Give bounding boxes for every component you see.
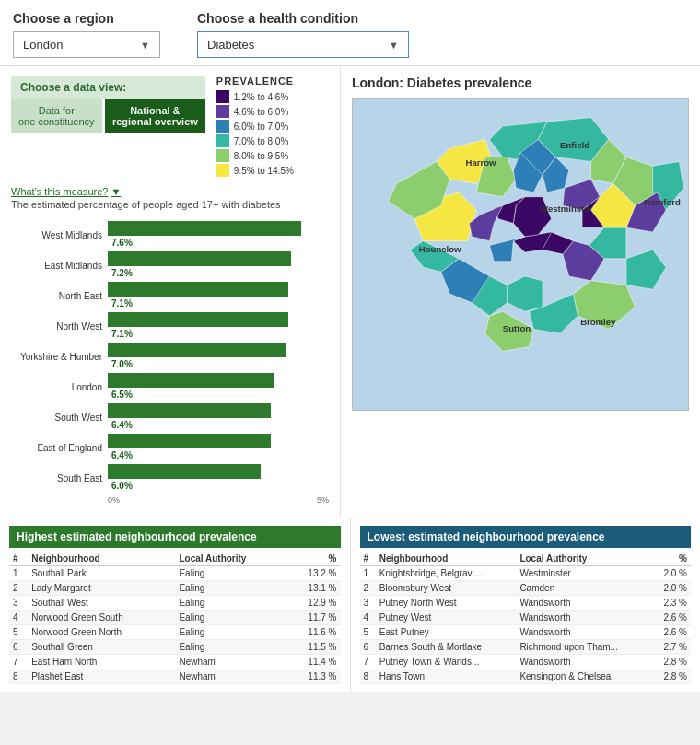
row-pct: 2.7 % bbox=[651, 640, 691, 655]
legend-swatch bbox=[216, 120, 229, 133]
row-neighbourhood: East Ham North bbox=[28, 655, 175, 669]
bar-row: Yorkshire & Humber 7.0% bbox=[11, 343, 329, 370]
left-panel: Choose a data view: Data forone constitu… bbox=[0, 66, 341, 518]
region-filter: Choose a region London ▼ bbox=[13, 11, 160, 58]
bar-label: Yorkshire & Humber bbox=[11, 352, 108, 362]
highest-table-header: Highest estimated neighbourhood prevalen… bbox=[9, 526, 341, 548]
row-neighbourhood: Southall Park bbox=[28, 566, 175, 581]
table-row: 7 Putney Town & Wands... Wandsworth 2.8 … bbox=[360, 655, 692, 669]
legend-items: 1.2% to 4.6%4.6% to 6.0%6.0% to 7.0%7.0%… bbox=[216, 90, 294, 177]
row-num: 4 bbox=[9, 611, 28, 625]
london-map-svg: Enfield Harrow Hounslow Westminster Brom… bbox=[353, 99, 688, 410]
row-neighbourhood: Putney North West bbox=[376, 596, 517, 611]
row-neighbourhood: Putney Town & Wands... bbox=[376, 655, 517, 669]
legend-swatch bbox=[216, 149, 229, 162]
table-row: 4 Norwood Green South Ealing 11.7 % bbox=[9, 611, 341, 625]
national-regional-btn[interactable]: National &regional overview bbox=[105, 99, 205, 133]
row-neighbourhood: Lady Margaret bbox=[28, 581, 175, 596]
bar-container: 7.0% bbox=[108, 343, 329, 370]
region-label: Choose a region bbox=[13, 11, 160, 26]
top-section: Choose a region London ▼ Choose a health… bbox=[0, 0, 700, 66]
row-authority: Camden bbox=[516, 581, 651, 596]
bar-row: East of England 6.4% bbox=[11, 434, 329, 461]
table-row: 2 Bloomsbury West Camden 2.0 % bbox=[360, 581, 692, 596]
row-num: 6 bbox=[9, 640, 28, 655]
table-row: 1 Knightsbridge, Belgravi... Westminster… bbox=[360, 566, 692, 581]
region-select[interactable]: London ▼ bbox=[13, 31, 160, 58]
bar-row: North East 7.1% bbox=[11, 282, 329, 309]
row-pct: 11.5 % bbox=[286, 640, 340, 655]
row-num: 3 bbox=[9, 596, 28, 611]
row-pct: 11.7 % bbox=[286, 611, 340, 625]
lowest-col-pct: % bbox=[651, 552, 691, 566]
row-authority: Ealing bbox=[175, 625, 286, 640]
health-select[interactable]: Diabetes ▼ bbox=[197, 31, 409, 58]
legend-label: 1.2% to 4.6% bbox=[234, 92, 288, 102]
bar-value: 7.0% bbox=[111, 359, 133, 369]
highest-col-num: # bbox=[9, 552, 28, 566]
row-neighbourhood: Putney West bbox=[376, 611, 517, 625]
row-authority: Wandsworth bbox=[516, 611, 651, 625]
bar-value: 7.1% bbox=[111, 298, 133, 308]
row-neighbourhood: Knightsbridge, Belgravi... bbox=[376, 566, 517, 581]
row-authority: Ealing bbox=[175, 596, 286, 611]
highest-table: Highest estimated neighbourhood prevalen… bbox=[0, 518, 351, 692]
bar-value: 7.1% bbox=[111, 329, 133, 339]
legend-item: 6.0% to 7.0% bbox=[216, 120, 294, 133]
legend-item: 9.5% to 14.5% bbox=[216, 164, 294, 177]
row-authority: Wandsworth bbox=[516, 596, 651, 611]
lowest-col-num: # bbox=[360, 552, 376, 566]
row-num: 5 bbox=[360, 625, 376, 640]
table-row: 6 Barnes South & Mortlake Richmond upon … bbox=[360, 640, 692, 655]
row-neighbourhood: Southall Green bbox=[28, 640, 175, 655]
bar-fill bbox=[108, 434, 271, 448]
sutton-label: Sutton bbox=[503, 323, 531, 333]
table-row: 5 East Putney Wandsworth 2.6 % bbox=[360, 625, 692, 640]
row-pct: 2.6 % bbox=[651, 625, 691, 640]
row-num: 5 bbox=[9, 625, 28, 640]
bar-fill bbox=[108, 343, 286, 357]
what-measure-link[interactable]: What's this measure? ▼ bbox=[11, 186, 329, 197]
bar-label: South East bbox=[11, 473, 108, 483]
row-authority: Newham bbox=[175, 655, 286, 669]
row-authority: Wandsworth bbox=[516, 625, 651, 640]
bromley-label: Bromley bbox=[580, 317, 616, 327]
bar-fill bbox=[108, 282, 288, 297]
bar-container: 7.6% bbox=[108, 221, 329, 249]
map-area: Enfield Harrow Hounslow Westminster Brom… bbox=[352, 98, 689, 411]
table-row: 3 Southall West Ealing 12.9 % bbox=[9, 596, 341, 611]
row-pct: 13.1 % bbox=[286, 581, 340, 596]
row-pct: 11.3 % bbox=[286, 669, 340, 684]
highest-col-authority: Local Authority bbox=[175, 552, 286, 566]
bar-fill bbox=[108, 464, 261, 479]
health-chevron: ▼ bbox=[389, 40, 399, 51]
row-neighbourhood: Hans Town bbox=[376, 669, 517, 684]
bar-value: 6.0% bbox=[111, 481, 133, 491]
right-panel: London: Diabetes prevalence bbox=[341, 66, 700, 518]
legend-label: 6.0% to 7.0% bbox=[234, 122, 288, 132]
measure-description: The estimated percentage of people aged … bbox=[11, 199, 329, 210]
row-neighbourhood: Barnes South & Mortlake bbox=[376, 640, 517, 655]
lowest-col-neighbourhood: Neighbourhood bbox=[376, 552, 517, 566]
bar-container: 6.4% bbox=[108, 403, 329, 431]
bar-value: 6.4% bbox=[111, 420, 133, 430]
health-filter: Choose a health condition Diabetes ▼ bbox=[197, 11, 409, 58]
bar-row: South East 6.0% bbox=[11, 464, 329, 492]
bar-label: South West bbox=[11, 413, 108, 423]
data-for-constituency-btn[interactable]: Data forone constituency bbox=[11, 99, 102, 133]
lowest-table: Lowest estimated neighbourhood prevalenc… bbox=[351, 518, 701, 692]
row-neighbourhood: East Putney bbox=[376, 625, 517, 640]
bar-row: South West 6.4% bbox=[11, 403, 329, 431]
row-pct: 2.0 % bbox=[651, 566, 691, 581]
main-content: Choose a data view: Data forone constitu… bbox=[0, 66, 700, 518]
axis-wrapper: 0% 5% bbox=[108, 495, 329, 508]
row-neighbourhood: Bloomsbury West bbox=[376, 581, 517, 596]
bottom-section: Highest estimated neighbourhood prevalen… bbox=[0, 518, 700, 692]
row-authority: Ealing bbox=[175, 566, 286, 581]
bar-fill bbox=[108, 312, 288, 327]
health-value: Diabetes bbox=[207, 38, 254, 52]
bar-value: 7.6% bbox=[111, 238, 133, 248]
enfield-label: Enfield bbox=[560, 140, 589, 150]
health-label: Choose a health condition bbox=[197, 11, 409, 26]
bar-label: West Midlands bbox=[11, 230, 108, 240]
